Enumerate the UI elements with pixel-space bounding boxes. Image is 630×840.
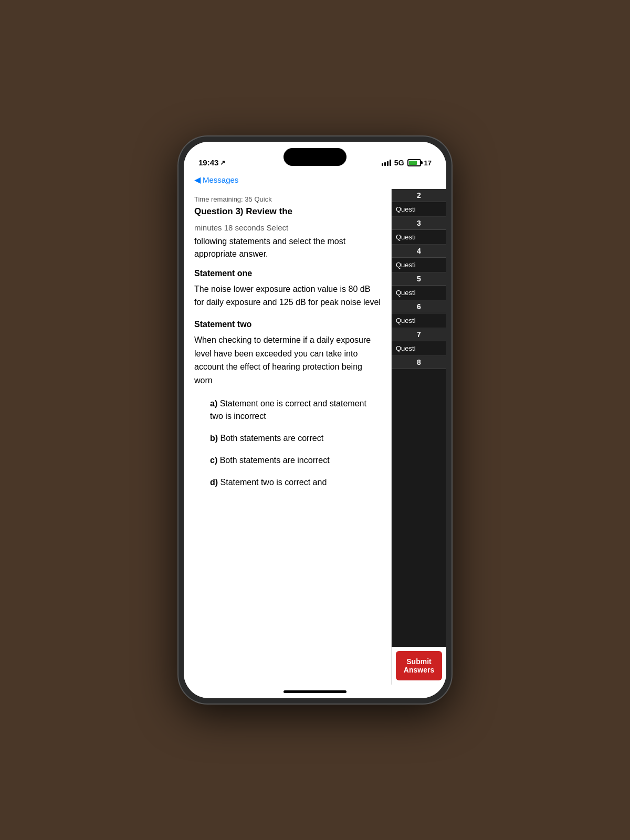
answer-b[interactable]: b) Both statements are correct <box>210 432 375 445</box>
question-header-text: Question 3) Review the <box>194 206 292 216</box>
battery-fill <box>409 161 417 165</box>
quick-nav-questi-5[interactable]: Questi <box>392 286 446 300</box>
quick-nav-item-8[interactable]: 8 <box>392 356 446 369</box>
back-label: Messages <box>203 175 238 184</box>
answers-section: a) Statement one is correct and statemen… <box>194 397 381 489</box>
answer-d-label: d) <box>210 478 220 487</box>
answer-b-text: Both statements are correct <box>220 434 324 443</box>
answer-b-label: b) <box>210 434 220 443</box>
quick-nav-item-2[interactable]: 2 <box>392 189 446 202</box>
time-display: 19:43 <box>198 158 218 167</box>
statement-one-title: Statement one <box>194 269 381 278</box>
answer-d[interactable]: d) Statement two is correct and <box>210 476 375 489</box>
main-content: Time remaining: 35 Quick Question 3) Rev… <box>184 189 391 685</box>
answer-a-text: Statement one is correct and statement t… <box>210 399 366 421</box>
statement-two-body: When checking to determine if a daily ex… <box>194 333 381 387</box>
answer-d-text: Statement two is correct and <box>220 478 327 487</box>
question-header: Question 3) Review the <box>194 205 381 218</box>
status-right: 5G 17 <box>382 159 432 167</box>
signal-bars <box>382 160 391 166</box>
battery-number: 17 <box>424 159 432 167</box>
home-bar <box>284 690 346 693</box>
quick-nav-questi-2[interactable]: Questi <box>392 202 446 217</box>
answer-c-label: c) <box>210 456 220 465</box>
content-wrapper: Time remaining: 35 Quick Question 3) Rev… <box>184 189 446 685</box>
answer-c-text: Both statements are incorrect <box>220 456 330 465</box>
answer-a[interactable]: a) Statement one is correct and statemen… <box>210 397 375 423</box>
statement-two-title: Statement two <box>194 320 381 329</box>
quick-nav-questi-7[interactable]: Questi <box>392 341 446 356</box>
quick-nav-questi-3[interactable]: Questi <box>392 230 446 245</box>
network-indicator: 5G <box>394 159 404 167</box>
phone-frame: 19:43 ↗ 5G 17 ◀ Messages <box>178 136 452 704</box>
status-time: 19:43 ↗ <box>198 158 225 167</box>
battery-indicator <box>407 159 421 166</box>
quick-nav-questi-6[interactable]: Questi <box>392 313 446 328</box>
quick-nav-item-6[interactable]: 6 <box>392 300 446 313</box>
quick-nav-panel: 2 Questi 3 Questi 4 Questi 5 Questi 6 Qu… <box>391 189 446 685</box>
quick-nav-item-7[interactable]: 7 <box>392 328 446 341</box>
question-instruction: following statements and select the most… <box>194 235 381 260</box>
quick-nav-item-4[interactable]: 4 <box>392 245 446 258</box>
time-arrow: ↗ <box>220 159 225 166</box>
statement-one-section: Statement one The noise lower exposure a… <box>194 269 381 309</box>
answer-c[interactable]: c) Both statements are incorrect <box>210 454 375 467</box>
phone-screen: 19:43 ↗ 5G 17 ◀ Messages <box>184 142 446 698</box>
statement-one-body: The noise lower exposure action value is… <box>194 282 381 309</box>
quick-nav-questi-4[interactable]: Questi <box>392 258 446 272</box>
dynamic-island <box>284 148 346 166</box>
timer-bar: Time remaining: 35 Quick <box>194 195 381 203</box>
answer-a-label: a) <box>210 399 220 408</box>
question-subheader: minutes 18 seconds Select <box>194 223 381 232</box>
back-arrow-icon: ◀ <box>194 175 201 185</box>
statement-two-section: Statement two When checking to determine… <box>194 320 381 387</box>
timer-text: Time remaining: 35 Quick <box>194 195 272 203</box>
quick-nav-item-5[interactable]: 5 <box>392 272 446 286</box>
home-indicator <box>184 685 446 698</box>
back-navigation[interactable]: ◀ Messages <box>184 170 446 189</box>
quick-nav-item-3[interactable]: 3 <box>392 217 446 230</box>
submit-answers-button[interactable]: Submit Answers <box>396 651 442 680</box>
